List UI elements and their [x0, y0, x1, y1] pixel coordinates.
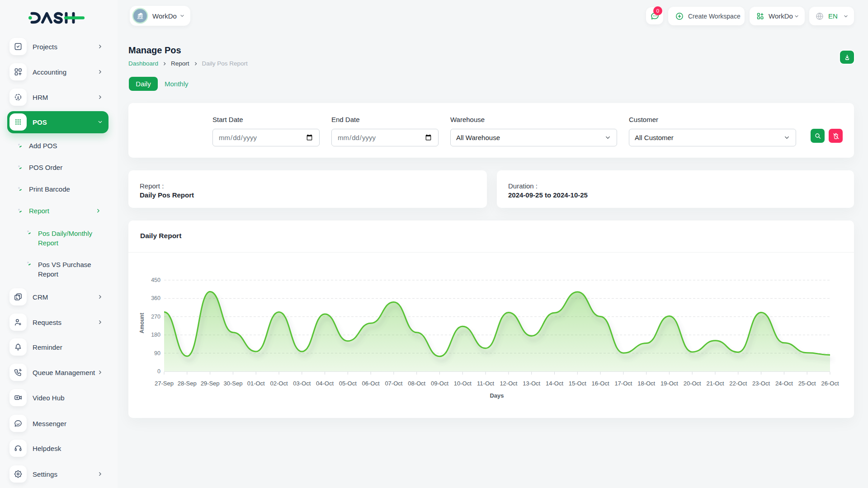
svg-text:360: 360 [151, 295, 160, 301]
svg-text:05-Oct: 05-Oct [339, 380, 357, 387]
svg-text:17-Oct: 17-Oct [614, 380, 632, 387]
svg-text:15-Oct: 15-Oct [569, 380, 586, 387]
svg-text:07-Oct: 07-Oct [385, 380, 402, 387]
svg-text:28-Sep: 28-Sep [178, 380, 197, 387]
svg-text:20-Oct: 20-Oct [684, 380, 701, 387]
svg-text:01-Oct: 01-Oct [247, 380, 265, 387]
svg-text:11-Oct: 11-Oct [477, 380, 494, 387]
svg-text:30-Sep: 30-Sep [223, 380, 242, 387]
svg-text:23-Oct: 23-Oct [752, 380, 770, 387]
svg-text:27-Sep: 27-Sep [155, 380, 174, 387]
svg-text:24-Oct: 24-Oct [775, 380, 793, 387]
svg-text:26-Oct: 26-Oct [821, 380, 839, 387]
svg-text:Days: Days [490, 392, 504, 399]
svg-text:0: 0 [157, 368, 160, 375]
svg-text:22-Oct: 22-Oct [729, 380, 747, 387]
svg-text:16-Oct: 16-Oct [592, 380, 609, 387]
svg-text:25-Oct: 25-Oct [798, 380, 816, 387]
svg-text:08-Oct: 08-Oct [408, 380, 425, 387]
svg-text:02-Oct: 02-Oct [270, 380, 288, 387]
svg-text:03-Oct: 03-Oct [293, 380, 311, 387]
svg-text:180: 180 [151, 332, 160, 338]
svg-text:450: 450 [151, 277, 160, 283]
svg-text:04-Oct: 04-Oct [316, 380, 334, 387]
svg-text:19-Oct: 19-Oct [660, 380, 678, 387]
svg-text:Amount: Amount [139, 313, 145, 333]
svg-text:14-Oct: 14-Oct [546, 380, 563, 387]
svg-text:06-Oct: 06-Oct [362, 380, 380, 387]
svg-text:90: 90 [154, 350, 160, 357]
svg-text:12-Oct: 12-Oct [500, 380, 517, 387]
svg-text:10-Oct: 10-Oct [454, 380, 472, 387]
svg-text:13-Oct: 13-Oct [523, 380, 540, 387]
svg-text:29-Sep: 29-Sep [201, 380, 220, 387]
svg-text:09-Oct: 09-Oct [431, 380, 448, 387]
svg-text:270: 270 [151, 314, 160, 320]
svg-text:18-Oct: 18-Oct [637, 380, 655, 387]
svg-text:21-Oct: 21-Oct [706, 380, 724, 387]
